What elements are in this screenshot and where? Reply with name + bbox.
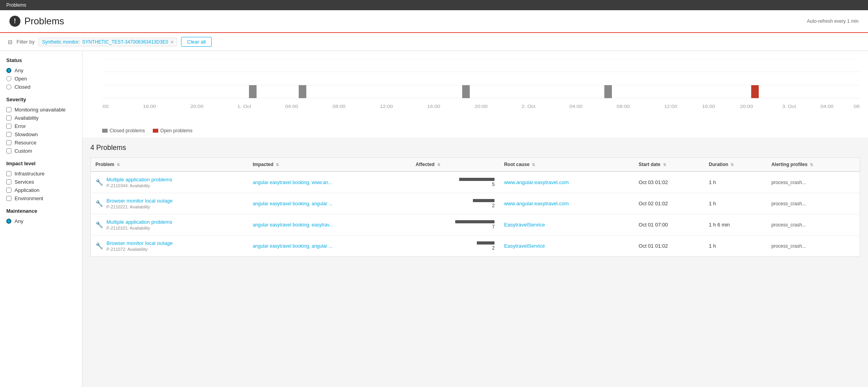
status-any[interactable]: Any bbox=[6, 66, 76, 75]
col-rootcause[interactable]: Root cause ⇅ bbox=[499, 158, 634, 172]
severity-monitoring-unavailable[interactable]: Monitoring unavailable bbox=[6, 106, 76, 114]
col-impacted-label: Impacted bbox=[253, 162, 273, 167]
severity-availability-check[interactable] bbox=[6, 115, 11, 120]
col-impacted-sort: ⇅ bbox=[276, 162, 279, 167]
impact-environment[interactable]: Environment bbox=[6, 194, 76, 203]
filter-tag-value: SYNTHETIC_TEST-347006363413D3E0 bbox=[82, 39, 168, 45]
problem-title-link-0[interactable]: Multiple application problems bbox=[106, 177, 172, 183]
legend-closed-icon bbox=[102, 129, 108, 133]
status-open-radio[interactable] bbox=[6, 76, 11, 81]
col-problem[interactable]: Problem ⇅ bbox=[91, 158, 248, 172]
startdate-cell-0: Oct 03 01:02 bbox=[634, 172, 704, 193]
severity-custom-label: Custom bbox=[15, 148, 32, 154]
problem-sub-0: P-2110344: Availability bbox=[106, 183, 172, 188]
status-closed[interactable]: Closed bbox=[6, 83, 76, 91]
impact-infrastructure[interactable]: Infrastructure bbox=[6, 170, 76, 178]
severity-slowdown[interactable]: Slowdown bbox=[6, 130, 76, 139]
col-impacted[interactable]: Impacted ⇅ bbox=[248, 158, 411, 172]
problem-sub-3: P-211072: Availability bbox=[106, 247, 172, 252]
svg-text:20:00: 20:00 bbox=[740, 104, 753, 109]
severity-slowdown-label: Slowdown bbox=[15, 131, 38, 137]
severity-availability[interactable]: Availability bbox=[6, 114, 76, 122]
svg-rect-9 bbox=[299, 85, 306, 98]
clear-all-button[interactable]: Clear all bbox=[181, 37, 212, 47]
duration-cell-0: 1 h bbox=[704, 172, 767, 193]
alerting-cell-2: process_crash... bbox=[767, 214, 860, 235]
filter-remove-button[interactable]: × bbox=[170, 39, 174, 45]
impact-services-check[interactable] bbox=[6, 179, 11, 184]
severity-error[interactable]: Error bbox=[6, 122, 76, 130]
svg-rect-8 bbox=[249, 85, 256, 98]
affected-bar-wrap-1: 2 bbox=[416, 199, 494, 208]
severity-custom[interactable]: Custom bbox=[6, 147, 76, 155]
col-alerting[interactable]: Alerting profiles ⇅ bbox=[767, 158, 860, 172]
header-row: Problem ⇅ Impacted ⇅ Affected ⇅ Root c bbox=[91, 158, 860, 172]
rootcause-link-1[interactable]: www.angular.easytravel.com bbox=[504, 201, 569, 206]
maintenance-any[interactable]: Any bbox=[6, 217, 76, 225]
duration-cell-3: 1 h bbox=[704, 235, 767, 257]
chart-section: 0 1 2 3 12:00 16:00 20:00 1. Oct bbox=[82, 51, 868, 137]
impacted-cell-2: angular easytravel booking, easytrav... bbox=[248, 214, 411, 235]
impact-environment-check[interactable] bbox=[6, 196, 11, 201]
page-title-wrap: ! Problems bbox=[9, 16, 64, 32]
impact-section-title: Impact level bbox=[6, 161, 76, 166]
severity-resource[interactable]: Resource bbox=[6, 139, 76, 147]
problem-title-link-1[interactable]: Browser monitor local outage bbox=[106, 198, 172, 204]
severity-monitoring-unavailable-check[interactable] bbox=[6, 107, 11, 112]
filter-by-label: Filter by bbox=[16, 39, 35, 45]
col-duration[interactable]: Duration ⇅ bbox=[704, 158, 767, 172]
affected-num-2: 7 bbox=[492, 224, 495, 230]
col-problem-sort: ⇅ bbox=[117, 162, 120, 167]
impact-services[interactable]: Services bbox=[6, 178, 76, 186]
wrench-icon-0: 🔧 bbox=[95, 179, 103, 186]
affected-bar-0 bbox=[459, 178, 494, 181]
col-affected[interactable]: Affected ⇅ bbox=[411, 158, 499, 172]
alerting-text-2: process_crash... bbox=[771, 222, 806, 228]
alerting-cell-3: process_crash... bbox=[767, 235, 860, 257]
svg-text:12:00: 12:00 bbox=[380, 104, 393, 109]
startdate-cell-1: Oct 02 01:02 bbox=[634, 193, 704, 214]
col-startdate[interactable]: Start date ⇅ bbox=[634, 158, 704, 172]
affected-num-1: 2 bbox=[492, 203, 495, 208]
impact-application[interactable]: Application bbox=[6, 186, 76, 194]
col-affected-sort: ⇅ bbox=[437, 162, 440, 167]
impacted-link-1[interactable]: angular easytravel booking, angular ... bbox=[253, 201, 332, 206]
status-open[interactable]: Open bbox=[6, 75, 76, 83]
startdate-cell-2: Oct 01 07:00 bbox=[634, 214, 704, 235]
chart-legend: Closed problems Open problems bbox=[82, 126, 868, 137]
wrench-icon-1: 🔧 bbox=[95, 200, 103, 207]
severity-monitoring-unavailable-label: Monitoring unavailable bbox=[15, 107, 66, 113]
table-body: 🔧 Multiple application problems P-211034… bbox=[91, 172, 860, 257]
impacted-link-3[interactable]: angular easytravel booking, angular ... bbox=[253, 243, 332, 249]
maintenance-any-radio[interactable] bbox=[6, 219, 11, 224]
severity-resource-check[interactable] bbox=[6, 140, 11, 145]
impacted-link-0[interactable]: angular easytravel booking, www.an... bbox=[253, 180, 332, 185]
severity-error-check[interactable] bbox=[6, 124, 11, 129]
rootcause-link-0[interactable]: www.angular.easytravel.com bbox=[504, 179, 569, 185]
impact-application-check[interactable] bbox=[6, 188, 11, 193]
impact-infrastructure-label: Infrastructure bbox=[15, 171, 45, 177]
affected-bar-1 bbox=[473, 199, 494, 202]
severity-custom-check[interactable] bbox=[6, 148, 11, 153]
impact-infrastructure-check[interactable] bbox=[6, 171, 11, 176]
rootcause-link-2[interactable]: EasytravelService bbox=[504, 222, 545, 228]
rootcause-cell-1: www.angular.easytravel.com bbox=[499, 193, 634, 214]
legend-open-icon bbox=[153, 129, 158, 133]
rootcause-cell-2: EasytravelService bbox=[499, 214, 634, 235]
svg-rect-11 bbox=[604, 85, 612, 98]
problems-chart: 0 1 2 3 12:00 16:00 20:00 1. Oct bbox=[102, 59, 860, 110]
problem-info-1: Browser monitor local outage P-2110221: … bbox=[106, 198, 172, 209]
svg-text:20:00: 20:00 bbox=[474, 104, 487, 109]
problem-title-link-3[interactable]: Browser monitor local outage bbox=[106, 240, 172, 246]
table-row: 🔧 Multiple application problems P-211034… bbox=[91, 172, 860, 193]
impacted-link-2[interactable]: angular easytravel booking, easytrav... bbox=[253, 222, 333, 228]
status-closed-radio[interactable] bbox=[6, 84, 11, 89]
status-any-radio[interactable] bbox=[6, 68, 11, 73]
problem-cell-2: 🔧 Multiple application problems P-211010… bbox=[91, 214, 248, 235]
rootcause-link-3[interactable]: EasytravelService bbox=[504, 243, 545, 249]
problem-icon-cell-2: 🔧 Multiple application problems P-211010… bbox=[95, 219, 243, 230]
problem-title-link-2[interactable]: Multiple application problems bbox=[106, 219, 172, 225]
severity-slowdown-check[interactable] bbox=[6, 132, 11, 137]
svg-text:08:00: 08:00 bbox=[853, 104, 860, 109]
problem-info-2: Multiple application problems P-2110101:… bbox=[106, 219, 172, 230]
